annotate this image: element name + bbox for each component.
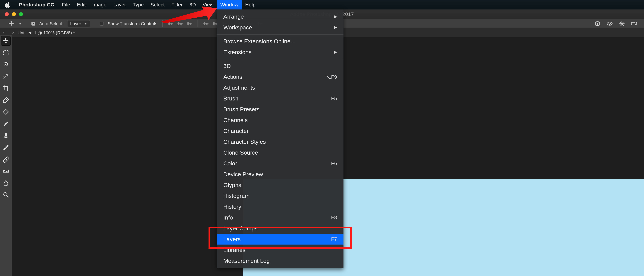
tool-brush[interactable]: [1, 119, 11, 128]
tool-stamp[interactable]: [1, 131, 11, 140]
menu-file[interactable]: File: [58, 0, 74, 10]
menu-item-character-styles[interactable]: Character Styles: [217, 136, 344, 147]
menu-item-label: Device Preview: [224, 171, 263, 178]
mac-menubar: Photoshop CCFileEditImageLayerTypeSelect…: [0, 0, 644, 10]
3d-mode-icon[interactable]: [594, 20, 601, 27]
menu-item-label: Browse Extensions Online...: [224, 38, 295, 45]
apple-icon[interactable]: [5, 2, 11, 8]
menu-filter[interactable]: Filter: [168, 0, 186, 10]
menu-item-color[interactable]: ColorF6: [217, 158, 344, 169]
menu-item-character[interactable]: Character: [217, 126, 344, 136]
tab-overflow-button[interactable]: »: [0, 30, 8, 35]
menu-image[interactable]: Image: [89, 0, 110, 10]
menu-item-label: Layers: [224, 236, 241, 242]
separator: [162, 20, 163, 27]
tool-marquee[interactable]: [1, 48, 11, 58]
camera-icon[interactable]: [631, 20, 637, 27]
zoom-window-button[interactable]: [19, 12, 23, 16]
menu-item-actions[interactable]: Actions⌥F9: [217, 71, 344, 82]
separator: [198, 20, 198, 27]
menu-item-label: Workspace: [224, 24, 252, 31]
menu-item-label: Arrange: [224, 13, 244, 20]
move-tool-icon: [8, 20, 15, 27]
tool-blur[interactable]: [1, 178, 11, 188]
chevron-down-icon: [84, 23, 87, 24]
menu-item-label: History: [224, 204, 241, 210]
menu-item-workspace[interactable]: Workspace: [217, 22, 344, 33]
menu-type[interactable]: Type: [130, 0, 147, 10]
menu-3d[interactable]: 3D: [186, 0, 199, 10]
align-icon[interactable]: [187, 21, 192, 26]
menu-item-layer-comps[interactable]: Layer Comps: [217, 223, 344, 234]
menu-item-info[interactable]: InfoF8: [217, 212, 344, 223]
menu-item-adjustments[interactable]: Adjustments: [217, 82, 344, 93]
close-window-button[interactable]: [5, 12, 9, 16]
tool-dodge[interactable]: [1, 190, 11, 200]
menu-select[interactable]: Select: [147, 0, 168, 10]
menu-item-label: 3D: [224, 63, 231, 69]
menu-item-label: Extensions: [224, 49, 252, 56]
tool-move[interactable]: [1, 36, 11, 46]
tool-wand[interactable]: [1, 72, 11, 81]
menu-help[interactable]: Help: [242, 0, 259, 10]
menu-item-channels[interactable]: Channels: [217, 115, 344, 126]
menu-item-measurement-log[interactable]: Measurement Log: [217, 255, 344, 266]
svg-point-30: [7, 145, 8, 146]
align-icon[interactable]: [177, 21, 183, 26]
menu-edit[interactable]: Edit: [74, 0, 89, 10]
menu-item-libraries[interactable]: Libraries: [217, 244, 344, 255]
menu-item-label: Histogram: [224, 192, 250, 199]
auto-select-label: Auto-Select:: [39, 21, 63, 26]
auto-select-target-dropdown[interactable]: Layer: [67, 20, 90, 27]
options-right-icons: [594, 20, 637, 27]
menu-separator: [217, 34, 344, 34]
orbit-icon[interactable]: [606, 20, 613, 27]
menu-item-clone-source[interactable]: Clone Source: [217, 147, 344, 158]
close-tab-icon[interactable]: ×: [12, 30, 14, 35]
tool-gradient[interactable]: [1, 166, 11, 176]
window-menu-dropdown: ArrangeWorkspaceBrowse Extensions Online…: [217, 10, 344, 268]
menu-item-label: Layer Comps: [224, 225, 258, 232]
menu-item-histogram[interactable]: Histogram: [217, 190, 344, 201]
menu-item-label: Measurement Log: [224, 258, 270, 264]
menu-item-brush-presets[interactable]: Brush Presets: [217, 104, 344, 115]
menu-item-brush[interactable]: BrushF5: [217, 93, 344, 104]
document-tab-title: Untitled-1 @ 100% (RGB/8) *: [18, 30, 75, 36]
tool-eyedropper[interactable]: [1, 96, 11, 105]
tool-preset-dropdown[interactable]: [19, 23, 22, 24]
menu-layer[interactable]: Layer: [110, 0, 130, 10]
menu-item-shortcut: F7: [331, 236, 337, 242]
menu-item-shortcut: ⌥F9: [325, 74, 337, 80]
menu-item-layers[interactable]: LayersF7: [217, 234, 344, 244]
menu-item-extensions[interactable]: Extensions: [217, 47, 344, 58]
menu-item-3d[interactable]: 3D: [217, 60, 344, 71]
pan-icon[interactable]: [619, 20, 625, 27]
auto-select-target-value: Layer: [70, 21, 81, 26]
menu-item-shortcut: F6: [331, 160, 337, 166]
menu-separator: [217, 59, 344, 59]
menu-item-glyphs[interactable]: Glyphs: [217, 180, 344, 190]
tool-lasso[interactable]: [1, 60, 11, 69]
tool-history-brush[interactable]: [1, 143, 11, 152]
show-transform-checkbox[interactable]: [100, 22, 104, 26]
menu-item-browse-extensions-online-[interactable]: Browse Extensions Online...: [217, 36, 344, 47]
minimize-window-button[interactable]: [12, 12, 16, 16]
tools-panel: [0, 35, 12, 276]
align-buttons: [168, 21, 192, 26]
menu-window[interactable]: Window: [217, 0, 242, 10]
tool-eraser[interactable]: [1, 154, 11, 164]
auto-select-checkbox[interactable]: [32, 22, 35, 26]
align-icon[interactable]: [203, 21, 209, 26]
menu-view[interactable]: View: [199, 0, 217, 10]
menu-item-arrange[interactable]: Arrange: [217, 11, 344, 22]
tool-crop[interactable]: [1, 84, 11, 93]
menu-item-device-preview[interactable]: Device Preview: [217, 169, 344, 180]
document-tab[interactable]: × Untitled-1 @ 100% (RGB/8) *: [8, 28, 80, 37]
show-transform-label: Show Transform Controls: [108, 21, 157, 26]
tool-heal[interactable]: [1, 107, 11, 117]
menu-item-label: Character Styles: [224, 138, 266, 145]
align-icon[interactable]: [168, 21, 174, 26]
menu-app-name[interactable]: Photoshop CC: [16, 0, 58, 10]
menu-item-label: Glyphs: [224, 182, 241, 188]
menu-item-history[interactable]: History: [217, 201, 344, 212]
